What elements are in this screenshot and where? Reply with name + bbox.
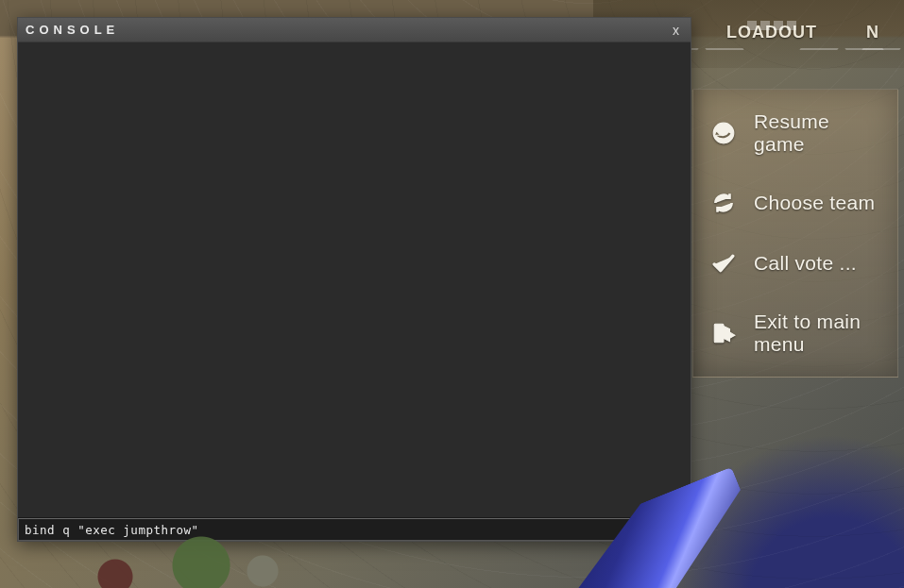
menu-item-label: Exit to main menu [754, 311, 882, 356]
resume-icon [710, 120, 737, 146]
choose-team-button[interactable]: Choose team [693, 173, 897, 233]
menu-item-label: Call vote ... [754, 252, 857, 275]
svg-rect-2 [714, 324, 724, 343]
refresh-icon [710, 190, 737, 216]
svg-marker-4 [730, 332, 735, 339]
exit-to-main-menu-button[interactable]: Exit to main menu [693, 294, 897, 373]
console-output-area[interactable] [18, 42, 691, 518]
resume-game-button[interactable]: Resume game [693, 93, 897, 173]
check-icon [710, 250, 737, 277]
background-foliage [66, 531, 312, 588]
exit-icon [710, 320, 737, 346]
tab-next-partial[interactable]: N [842, 17, 904, 52]
close-icon[interactable]: x [671, 23, 681, 38]
console-header[interactable]: CONSOLE x [18, 18, 691, 42]
tab-loadout[interactable]: LOADOUT [702, 17, 842, 52]
pause-menu-panel: Resume game Choose team Call vote ... Ex… [692, 89, 898, 378]
console-panel: CONSOLE x [17, 17, 691, 542]
tab-label: N [866, 23, 879, 42]
console-title: CONSOLE [26, 23, 119, 37]
svg-marker-3 [724, 326, 730, 341]
menu-item-label: Resume game [754, 110, 882, 156]
call-vote-button[interactable]: Call vote ... [693, 233, 897, 294]
menu-item-label: Choose team [754, 192, 875, 214]
